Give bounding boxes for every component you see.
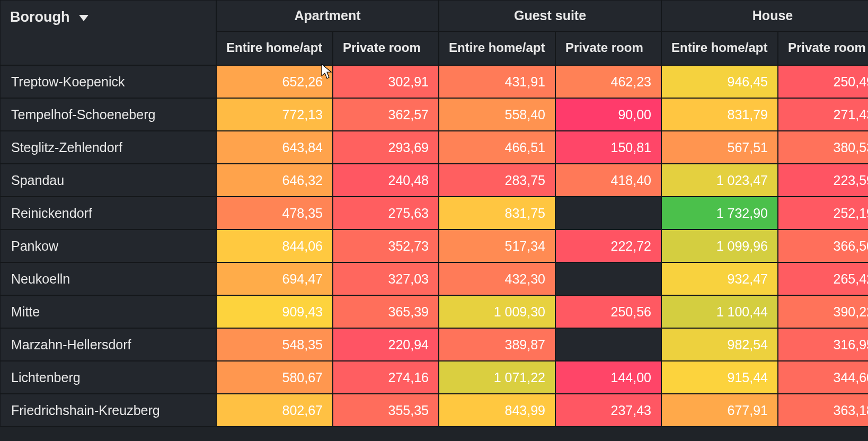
heatmap-cell[interactable]: 390,22 [778,295,868,328]
heatmap-cell[interactable] [555,197,661,230]
heatmap-cell[interactable]: 646,32 [216,164,333,197]
heatmap-cell[interactable]: 237,43 [555,394,661,427]
heatmap-cell[interactable]: 1 009,30 [439,295,555,328]
heatmap-cell[interactable]: 274,16 [333,361,439,394]
subcol-apt-private[interactable]: Private room [333,31,439,65]
heatmap-cell[interactable]: 652,26 [216,65,333,98]
col-group-guest-suite[interactable]: Guest suite [439,0,661,31]
subcol-apt-entire[interactable]: Entire home/apt [216,31,333,65]
heatmap-cell[interactable]: 283,75 [439,164,555,197]
heatmap-cell[interactable]: 90,00 [555,98,661,131]
table-row: Steglitz-Zehlendorf643,84293,69466,51150… [0,131,868,164]
table-row: Tempelhof-Schoeneberg772,13362,57558,409… [0,98,868,131]
heatmap-cell[interactable]: 271,43 [778,98,868,131]
row-dimension-label: Borough [10,9,69,25]
heatmap-cell[interactable]: 144,00 [555,361,661,394]
table-row: Friedrichshain-Kreuzberg802,67355,35843,… [0,394,868,427]
table-row: Reinickendorf478,35275,63831,751 732,902… [0,197,868,230]
table-row: Lichtenberg580,67274,161 071,22144,00915… [0,361,868,394]
heatmap-cell[interactable]: 558,40 [439,98,555,131]
heatmap-cell[interactable]: 252,19 [778,197,868,230]
row-label[interactable]: Steglitz-Zehlendorf [0,131,216,164]
heatmap-cell[interactable]: 548,35 [216,328,333,361]
heatmap-cell[interactable]: 643,84 [216,131,333,164]
heatmap-cell[interactable]: 1 100,44 [661,295,778,328]
subcol-gs-entire[interactable]: Entire home/apt [439,31,555,65]
row-label[interactable]: Marzahn-Hellersdorf [0,328,216,361]
heatmap-cell[interactable]: 380,53 [778,131,868,164]
heatmap-cell[interactable]: 250,49 [778,65,868,98]
heatmap-cell[interactable]: 567,51 [661,131,778,164]
heatmap-cell[interactable]: 932,47 [661,262,778,295]
heatmap-cell[interactable]: 844,06 [216,230,333,262]
heatmap-cell[interactable]: 1 099,96 [661,230,778,262]
heatmap-cell[interactable]: 265,42 [778,262,868,295]
row-label[interactable]: Mitte [0,295,216,328]
row-label[interactable]: Tempelhof-Schoeneberg [0,98,216,131]
heatmap-cell[interactable]: 478,35 [216,197,333,230]
heatmap-cell[interactable]: 362,57 [333,98,439,131]
table-row: Neukoelln694,47327,03432,30932,47265,42 [0,262,868,295]
heatmap-cell[interactable]: 982,54 [661,328,778,361]
heatmap-cell[interactable]: 150,81 [555,131,661,164]
heatmap-cell[interactable]: 327,03 [333,262,439,295]
row-label[interactable]: Neukoelln [0,262,216,295]
heatmap-cell[interactable]: 344,60 [778,361,868,394]
heatmap-cell[interactable]: 355,35 [333,394,439,427]
heatmap-cell[interactable]: 677,91 [661,394,778,427]
heatmap-cell[interactable]: 802,67 [216,394,333,427]
table-row: Mitte909,43365,391 009,30250,561 100,443… [0,295,868,328]
heatmap-cell[interactable]: 946,45 [661,65,778,98]
heatmap-cell[interactable]: 915,44 [661,361,778,394]
heatmap-cell[interactable]: 240,48 [333,164,439,197]
row-label[interactable]: Lichtenberg [0,361,216,394]
heatmap-cell[interactable]: 431,91 [439,65,555,98]
heatmap-cell[interactable]: 293,69 [333,131,439,164]
heatmap-cell[interactable]: 843,99 [439,394,555,427]
subcol-gs-private[interactable]: Private room [555,31,661,65]
heatmap-cell[interactable]: 275,63 [333,197,439,230]
heatmap-cell[interactable]: 831,75 [439,197,555,230]
row-dimension-header[interactable]: Borough [0,0,216,65]
row-label[interactable]: Treptow-Koepenick [0,65,216,98]
heatmap-cell[interactable]: 1 023,47 [661,164,778,197]
heatmap-cell[interactable]: 418,40 [555,164,661,197]
heatmap-cell[interactable]: 316,95 [778,328,868,361]
heatmap-cell[interactable]: 694,47 [216,262,333,295]
heatmap-cell[interactable]: 517,34 [439,230,555,262]
heatmap-cell[interactable]: 366,50 [778,230,868,262]
heatmap-cell[interactable]: 1 732,90 [661,197,778,230]
heatmap-cell[interactable]: 250,56 [555,295,661,328]
table-row: Spandau646,32240,48283,75418,401 023,472… [0,164,868,197]
heatmap-cell[interactable]: 302,91 [333,65,439,98]
heatmap-cell[interactable]: 389,87 [439,328,555,361]
heatmap-cell[interactable]: 580,67 [216,361,333,394]
row-label[interactable]: Pankow [0,230,216,262]
heatmap-cell[interactable]: 466,51 [439,131,555,164]
heatmap-cell[interactable]: 909,43 [216,295,333,328]
heatmap-cell[interactable] [555,262,661,295]
heatmap-cell[interactable]: 462,23 [555,65,661,98]
heatmap-cell[interactable]: 222,72 [555,230,661,262]
heatmap-cell[interactable]: 1 071,22 [439,361,555,394]
svg-marker-0 [79,15,88,21]
heatmap-cell[interactable]: 432,30 [439,262,555,295]
heatmap-cell[interactable] [555,328,661,361]
heatmap-cell[interactable]: 352,73 [333,230,439,262]
subcol-house-entire[interactable]: Entire home/apt [661,31,778,65]
heatmap-cell[interactable]: 223,59 [778,164,868,197]
row-label[interactable]: Friedrichshain-Kreuzberg [0,394,216,427]
row-label[interactable]: Spandau [0,164,216,197]
sort-desc-icon [79,15,88,21]
heatmap-cell[interactable]: 363,18 [778,394,868,427]
subcol-house-private[interactable]: Private room [778,31,868,65]
col-group-house[interactable]: House [661,0,868,31]
col-group-apartment[interactable]: Apartment [216,0,439,31]
table-row: Pankow844,06352,73517,34222,721 099,9636… [0,230,868,262]
heatmap-cell[interactable]: 831,79 [661,98,778,131]
heatmap-cell[interactable]: 365,39 [333,295,439,328]
heatmap-cell[interactable]: 772,13 [216,98,333,131]
row-label[interactable]: Reinickendorf [0,197,216,230]
pivot-heatmap-table: Borough Apartment Guest suite House Enti… [0,0,868,427]
heatmap-cell[interactable]: 220,94 [333,328,439,361]
